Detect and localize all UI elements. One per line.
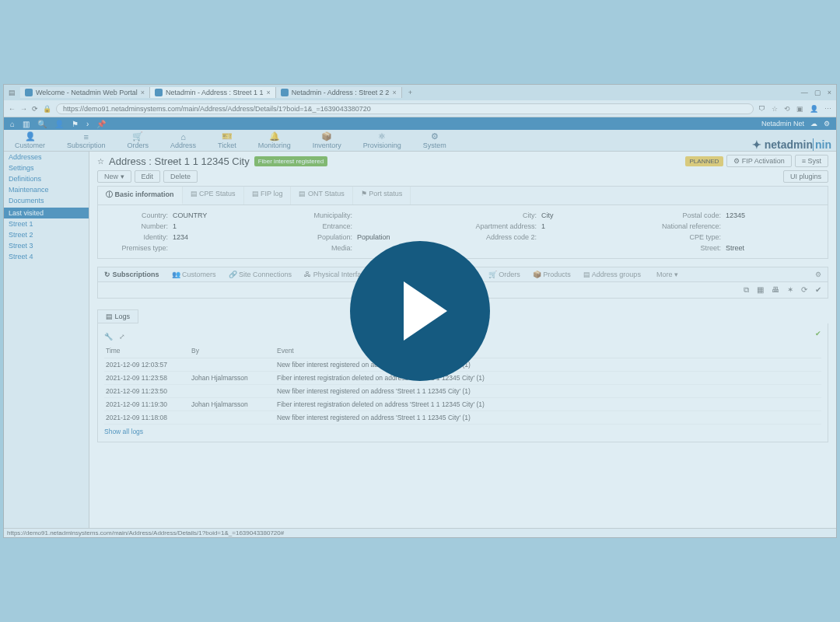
print-icon[interactable]: 🖶	[772, 285, 779, 295]
menu-subscription[interactable]: ≡Subscription	[56, 132, 117, 151]
check-icon[interactable]: ✔	[815, 285, 821, 295]
menu-monitoring[interactable]: 🔔Monitoring	[247, 131, 302, 151]
close-window-icon[interactable]: ×	[828, 89, 831, 96]
ext-icon[interactable]: ▣	[796, 105, 803, 113]
gear-icon[interactable]: ⚙	[824, 120, 830, 128]
close-icon[interactable]: ×	[267, 89, 271, 96]
search-icon[interactable]: 🔍	[37, 120, 47, 128]
play-button[interactable]	[350, 241, 490, 381]
delete-button[interactable]: Delete	[163, 170, 198, 183]
col-time: Time	[104, 344, 190, 358]
tab-ont-status[interactable]: ▤ ONT Status	[291, 187, 352, 204]
close-icon[interactable]: ×	[141, 89, 145, 96]
star-icon[interactable]: ☆	[772, 105, 778, 113]
monitoring-icon: 🔔	[258, 131, 291, 142]
subtab-customers[interactable]: 👥 Customers	[166, 267, 222, 281]
table-row[interactable]: 2021-12-09 11:23:50New fiber interest re…	[104, 385, 821, 398]
address-icon: ⌂	[170, 132, 196, 142]
sidebar-item-settings[interactable]: Settings	[4, 162, 89, 173]
subtab-subscriptions[interactable]: ↻ Subscriptions	[98, 267, 166, 281]
syst-button[interactable]: ≡ Syst	[795, 155, 828, 167]
browser-tab[interactable]: Welcome - Netadmin Web Portal ×	[20, 87, 150, 98]
sidebar-item-street[interactable]: Street 3	[4, 240, 89, 251]
sidebar-item-street[interactable]: Street 1	[4, 218, 89, 229]
menu-orders[interactable]: 🛒Orders	[117, 131, 160, 151]
sidebar-item-street[interactable]: Street 4	[4, 251, 89, 262]
close-icon[interactable]: ×	[392, 89, 396, 96]
sidebar-item-documents[interactable]: Documents	[4, 195, 89, 206]
sidebar-item-definitions[interactable]: Definitions	[4, 173, 89, 184]
subtab-products[interactable]: 📦 Products	[527, 267, 577, 281]
pin-icon[interactable]: 📌	[96, 120, 106, 128]
menu-customer[interactable]: 👤Customer	[4, 131, 56, 151]
subtab-address-groups[interactable]: ▤ Address groups	[577, 267, 647, 281]
refresh-icon[interactable]: ⟳	[801, 285, 807, 295]
home-icon[interactable]: ⌂	[10, 120, 15, 128]
flag-icon[interactable]: ⚑	[72, 120, 79, 128]
sidebar-item-street[interactable]: Street 2	[4, 229, 89, 240]
check-icon[interactable]: ✔	[815, 330, 821, 337]
wrench-icon[interactable]: 🔧	[104, 333, 113, 341]
reload-icon[interactable]: ⟳	[32, 105, 38, 113]
sidebar-item-maintenance[interactable]: Maintenance	[4, 184, 89, 195]
star-icon[interactable]: ☆	[97, 157, 104, 166]
favicon-icon	[281, 89, 289, 96]
cloud-icon[interactable]: ☁	[810, 120, 817, 128]
inventory-icon: 📦	[313, 131, 341, 142]
menu-inventory[interactable]: 📦Inventory	[302, 131, 352, 151]
minimize-icon[interactable]: —	[801, 89, 808, 96]
forward-icon[interactable]: →	[20, 105, 27, 113]
browser-tab[interactable]: Netadmin - Address : Street 2 2 ×	[276, 87, 402, 98]
menu-provisioning[interactable]: ⚛Provisioning	[352, 131, 412, 151]
system-icon: ⚙	[423, 131, 446, 142]
chevron-icon[interactable]: ›	[86, 120, 89, 128]
shield-icon[interactable]: ⛉	[758, 105, 765, 113]
info-panel: Country:COUNTRY Municipality: City:City …	[97, 204, 828, 259]
window-menu-icon[interactable]: ▤	[4, 89, 20, 96]
grid-icon[interactable]: ▦	[757, 285, 764, 295]
new-button[interactable]: New ▾	[97, 170, 131, 183]
col-by: By	[190, 344, 275, 358]
fip-activation-button[interactable]: ⚙ FIP Activation	[726, 155, 791, 167]
planned-badge: PLANNED	[685, 156, 724, 166]
more-button[interactable]: More ▾	[650, 267, 684, 281]
menu-icon[interactable]: ⋯	[824, 105, 831, 113]
browser-tab-bar: ▤ Welcome - Netadmin Web Portal × Netadm…	[4, 85, 836, 100]
subtab-orders[interactable]: 🛒 Orders	[482, 267, 527, 281]
url-input[interactable]: https://demo91.netadminsystems.com/main/…	[56, 103, 754, 114]
copy-icon[interactable]: ⧉	[744, 285, 749, 295]
shuffle-icon[interactable]: ✶	[787, 285, 793, 295]
sidebar-item-addresses[interactable]: Addresses	[4, 152, 89, 162]
table-row[interactable]: 2021-12-09 11:18:08New fiber interest re…	[104, 411, 821, 425]
col-event: Event	[275, 344, 821, 358]
table-row[interactable]: 2021-12-09 11:19:30Johan HjalmarssonFibe…	[104, 398, 821, 411]
edit-button[interactable]: Edit	[135, 170, 161, 183]
ticket-icon: 🎫	[218, 131, 236, 142]
detail-tabs: ⓘ Basic information ▤ CPE Status ▤ FIP l…	[97, 186, 828, 204]
maximize-icon[interactable]: ▢	[814, 89, 821, 96]
menu-ticket[interactable]: 🎫Ticket	[207, 131, 247, 151]
tab-fip-log[interactable]: ▤ FIP log	[244, 187, 292, 204]
menu-system[interactable]: ⚙System	[412, 131, 457, 151]
tab-basic-information[interactable]: ⓘ Basic information	[98, 187, 183, 204]
toolbar-brand: Netadmin Net	[761, 120, 804, 128]
new-tab-icon[interactable]: +	[402, 89, 418, 96]
browser-tab[interactable]: Netadmin - Address : Street 1 1 ×	[150, 87, 276, 98]
tab-port-status[interactable]: ⚑ Port status	[353, 187, 411, 204]
avatar-icon[interactable]: 👤	[810, 105, 818, 113]
user-icon[interactable]: 👤	[54, 120, 64, 128]
menu-address[interactable]: ⌂Address	[159, 132, 207, 151]
show-all-logs-link[interactable]: Show all logs	[104, 425, 143, 435]
ui-plugins-button[interactable]: UI plugins	[783, 170, 828, 183]
back-icon[interactable]: ←	[9, 105, 16, 113]
tab-cpe-status[interactable]: ▤ CPE Status	[183, 187, 244, 204]
sync-icon[interactable]: ⟲	[784, 105, 790, 113]
chart-icon[interactable]: ▥	[23, 120, 30, 128]
subtab-site-connections[interactable]: 🔗 Site Connections	[222, 267, 299, 281]
expand-icon[interactable]: ⤢	[119, 333, 125, 341]
table-row[interactable]: 2021-12-09 11:23:58Johan HjalmarssonFibe…	[104, 372, 821, 385]
address-bar: ← → ⟳ 🔒 https://demo91.netadminsystems.c…	[4, 100, 836, 117]
gear-icon[interactable]: ⚙	[809, 267, 828, 281]
tab-logs[interactable]: ▤ Logs	[97, 309, 138, 323]
tab-label: Welcome - Netadmin Web Portal	[36, 89, 138, 96]
